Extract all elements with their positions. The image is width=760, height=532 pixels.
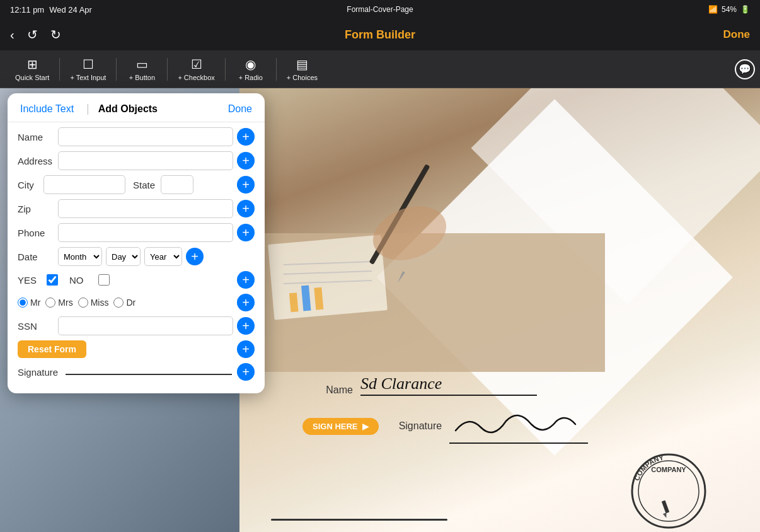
zip-input[interactable] — [58, 199, 233, 218]
redo-button[interactable]: ↻ — [50, 27, 61, 42]
doc-title: Formal-Cover-Page — [347, 5, 413, 14]
nav-title: Form Builder — [345, 28, 415, 42]
quick-start-label: Quick Start — [15, 74, 49, 81]
mrs-label: Mrs — [58, 298, 72, 308]
address-add-button[interactable]: + — [237, 152, 255, 170]
battery-display: 54% — [722, 5, 737, 14]
city-state-row: City State + — [18, 175, 255, 194]
mr-radio[interactable] — [18, 298, 28, 308]
signature-add-button[interactable]: + — [237, 363, 255, 381]
sign-here-button[interactable]: SIGN HERE — [302, 418, 379, 435]
name-add-button[interactable]: + — [237, 128, 255, 146]
toolbar-right: 💬 — [735, 59, 755, 79]
bottom-line — [271, 519, 447, 521]
company-stamp: COMPANY COMPANY — [628, 450, 710, 532]
button-icon: ▭ — [136, 57, 148, 72]
no-label: NO — [69, 275, 92, 286]
mrs-radio[interactable] — [45, 298, 55, 308]
add-objects-panel: Include Text | Add Objects Done Name + A… — [8, 93, 265, 393]
ssn-input[interactable] — [58, 316, 233, 335]
reset-form-button[interactable]: Reset Form — [18, 340, 86, 358]
toolbar-button[interactable]: ▭ + Button — [117, 57, 167, 81]
city-state-add-button[interactable]: + — [237, 176, 255, 194]
address-input[interactable] — [58, 151, 233, 170]
phone-field-label: Phone — [18, 228, 54, 238]
panel-done-button[interactable]: Done — [228, 103, 252, 115]
phone-input[interactable] — [58, 223, 233, 242]
toolbar-text-input[interactable]: ☐ + Text Input — [60, 57, 116, 81]
chat-icon: 💬 — [739, 63, 751, 75]
mrs-option: Mrs — [45, 298, 72, 308]
add-objects-tab[interactable]: Add Objects — [98, 103, 228, 115]
checkbox-label: + Checkbox — [178, 74, 214, 81]
signature-area: Name Sd Clarance SIGN HERE Signature — [302, 374, 588, 456]
reset-add-button[interactable]: + — [237, 340, 255, 358]
ssn-field-label: SSN — [18, 321, 54, 332]
nav-done-button[interactable]: Done — [723, 28, 751, 41]
svg-rect-15 — [662, 500, 669, 514]
undo-button[interactable]: ↺ — [27, 27, 38, 42]
zip-field-label: Zip — [18, 204, 54, 214]
back-button[interactable]: ‹ — [10, 28, 14, 42]
mr-label: Mr — [30, 298, 40, 308]
date-field-label: Date — [18, 252, 54, 262]
text-input-label: + Text Input — [70, 74, 106, 81]
address-row: Address + — [18, 151, 255, 170]
text-input-icon: ☐ — [83, 57, 94, 72]
checkbox-icon: ☑ — [191, 57, 202, 72]
miss-label: Miss — [91, 298, 109, 308]
date-year-select[interactable]: Year — [144, 247, 182, 266]
title-add-button[interactable]: + — [237, 294, 255, 311]
dr-radio[interactable] — [113, 298, 124, 308]
city-field-label: City — [18, 180, 40, 190]
choices-icon: ▤ — [296, 57, 308, 72]
yes-no-add-button[interactable]: + — [237, 271, 255, 289]
ssn-add-button[interactable]: + — [237, 317, 255, 335]
svg-marker-16 — [663, 512, 668, 519]
svg-rect-1 — [268, 234, 388, 320]
wifi-icon: 📶 — [708, 5, 718, 14]
miss-radio[interactable] — [78, 298, 88, 308]
time-display: 12:11 pm — [10, 5, 44, 14]
signature-row-label: Signature — [18, 367, 60, 378]
no-checkbox[interactable] — [98, 274, 110, 286]
toolbar-checkbox[interactable]: ☑ + Checkbox — [168, 57, 224, 81]
panel-header: Include Text | Add Objects Done — [8, 93, 265, 122]
svg-text:COMPANY: COMPANY — [651, 466, 686, 473]
form-rows: Name + Address + City State + Zip — [8, 122, 265, 393]
zip-add-button[interactable]: + — [237, 200, 255, 217]
toolbar-quick-start[interactable]: ⊞ Quick Start — [5, 57, 59, 81]
include-text-tab[interactable]: Include Text — [20, 103, 86, 115]
toolbar-choices[interactable]: ▤ + Choices — [277, 57, 328, 81]
mr-option: Mr — [18, 298, 40, 308]
phone-row: Phone + — [18, 223, 255, 242]
status-bar: 12:11 pm Wed 24 Apr Formal-Cover-Page 📶 … — [0, 0, 760, 19]
yes-checkbox[interactable] — [47, 274, 58, 286]
date-add-button[interactable]: + — [186, 248, 204, 265]
yes-label: YES — [18, 275, 40, 286]
state-input[interactable] — [161, 175, 193, 194]
main-content: Name Sd Clarance SIGN HERE Signature COM… — [0, 88, 760, 532]
name-input[interactable] — [58, 127, 233, 146]
city-input[interactable] — [43, 175, 125, 194]
nav-bar: ‹ ↺ ↻ Form Builder Done — [0, 19, 760, 50]
ssn-row: SSN + — [18, 316, 255, 335]
radio-label: + Radio — [239, 74, 263, 81]
choices-label: + Choices — [287, 74, 318, 81]
dr-label: Dr — [126, 298, 135, 308]
date-display: Wed 24 Apr — [49, 5, 92, 14]
reset-form-row: Reset Form + — [18, 340, 255, 358]
name-value: Sd Clarance — [360, 374, 537, 396]
quick-start-icon: ⊞ — [27, 57, 38, 72]
stamp-svg: COMPANY COMPANY — [628, 450, 710, 532]
radio-icon: ◉ — [245, 57, 256, 72]
name-label: Name — [302, 385, 353, 396]
date-day-select[interactable]: Day — [106, 247, 141, 266]
toolbar-radio[interactable]: ◉ + Radio — [226, 57, 276, 81]
chat-button[interactable]: 💬 — [735, 59, 755, 79]
address-field-label: Address — [18, 156, 54, 166]
signature-svg — [449, 408, 588, 437]
phone-add-button[interactable]: + — [237, 224, 255, 241]
date-month-select[interactable]: Month — [58, 247, 102, 266]
battery-icon: 🔋 — [740, 5, 750, 14]
